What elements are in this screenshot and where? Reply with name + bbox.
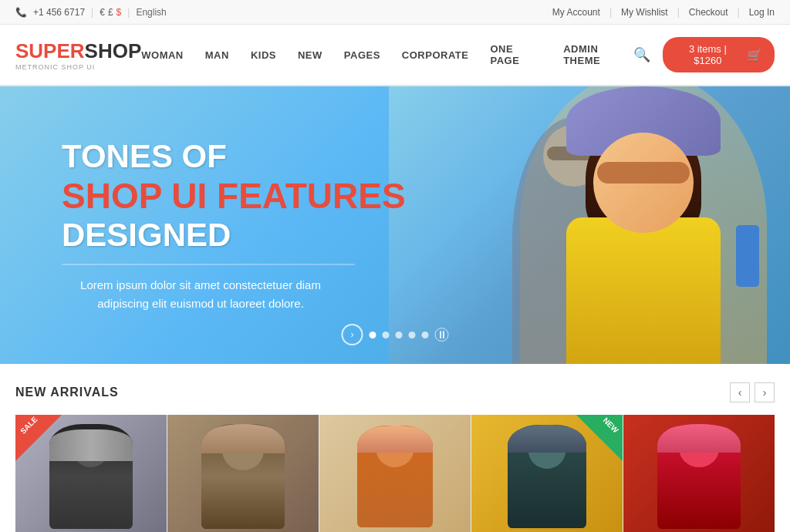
nav-corporate[interactable]: CORPORATE xyxy=(402,49,469,61)
slider-dot-5[interactable] xyxy=(422,332,429,338)
header-right: 🔍 3 items | $1260 🛒 xyxy=(633,37,775,72)
product-card-4[interactable]: NEW xyxy=(471,415,623,532)
top-bar-right: My Account | My Wishlist | Checkout | Lo… xyxy=(552,7,775,18)
logo-subtitle: METRONIC SHOP UI xyxy=(15,63,141,71)
cart-icon: 🛒 xyxy=(747,48,762,62)
login-link[interactable]: Log In xyxy=(749,7,775,18)
slider-dot-1[interactable] xyxy=(370,332,376,338)
my-account-link[interactable]: My Account xyxy=(552,7,600,18)
header: SUPERSHOP METRONIC SHOP UI WOMAN MAN KID… xyxy=(0,25,790,86)
new-arrivals-section: NEW ARRIVALS ‹ › SALE xyxy=(0,364,790,532)
product-card-2[interactable] xyxy=(167,415,319,532)
section-header: NEW ARRIVALS ‹ › xyxy=(15,382,775,402)
logo[interactable]: SUPERSHOP METRONIC SHOP UI xyxy=(15,39,141,71)
section-next-button[interactable]: › xyxy=(755,382,775,402)
sale-badge-triangle xyxy=(15,415,62,461)
currency-eur[interactable]: € xyxy=(100,7,105,18)
slider-controls: › ⏸ xyxy=(342,324,449,345)
hero-content: TONES OF SHOP UI FEATURES DESIGNED Lorem… xyxy=(62,138,406,313)
product-grid: SALE xyxy=(15,415,775,532)
hero-image xyxy=(389,86,790,364)
slider-next-arrow[interactable]: › xyxy=(342,324,363,345)
main-nav: WOMAN MAN KIDS NEW PAGES CORPORATE ONE P… xyxy=(141,43,633,66)
currency-switcher[interactable]: € £ $ xyxy=(100,7,121,18)
currency-usd[interactable]: $ xyxy=(116,7,122,18)
top-bar-left: 📞 +1 456 6717 | € £ $ | English xyxy=(15,7,167,18)
my-wishlist-link[interactable]: My Wishlist xyxy=(621,7,668,18)
language-selector[interactable]: English xyxy=(136,7,166,18)
currency-gbp[interactable]: £ xyxy=(108,7,113,18)
section-prev-button[interactable]: ‹ xyxy=(730,382,750,402)
slider-pause-button[interactable]: ⏸ xyxy=(435,328,449,342)
nav-admin-theme[interactable]: ADMIN THEME xyxy=(563,43,633,66)
cart-items-count: 3 items | $1260 xyxy=(675,43,741,66)
nav-woman[interactable]: WOMAN xyxy=(141,49,184,61)
slider-dot-2[interactable] xyxy=(383,332,390,338)
hero-banner: TONES OF SHOP UI FEATURES DESIGNED Lorem… xyxy=(0,86,790,364)
nav-one-page[interactable]: ONE PAGE xyxy=(490,43,542,66)
nav-pages[interactable]: PAGES xyxy=(344,49,380,61)
new-badge-triangle xyxy=(576,415,623,461)
product-card-3[interactable] xyxy=(319,415,471,532)
cart-button[interactable]: 3 items | $1260 🛒 xyxy=(663,37,775,72)
section-navigation: ‹ › xyxy=(730,382,775,402)
logo-shop: SHOP xyxy=(85,39,142,62)
hero-divider xyxy=(62,264,355,265)
hero-title-2: SHOP UI FEATURES xyxy=(62,175,406,217)
section-title: NEW ARRIVALS xyxy=(15,386,119,399)
product-card-5[interactable] xyxy=(623,415,775,532)
top-bar: 📞 +1 456 6717 | € £ $ | English My Accou… xyxy=(0,0,790,25)
slider-dot-4[interactable] xyxy=(409,332,416,338)
nav-kids[interactable]: KIDS xyxy=(251,49,276,61)
nav-new[interactable]: NEW xyxy=(298,49,322,61)
logo-super: SUPER xyxy=(15,39,85,62)
phone-number: +1 456 6717 xyxy=(33,7,85,18)
hero-title-3: DESIGNED xyxy=(62,217,406,254)
logo-text: SUPERSHOP xyxy=(15,39,141,63)
nav-man[interactable]: MAN xyxy=(205,49,229,61)
phone-icon: 📞 xyxy=(15,7,27,18)
product-card-1[interactable]: SALE xyxy=(15,415,167,532)
hero-title-1: TONES OF xyxy=(62,138,406,175)
search-icon[interactable]: 🔍 xyxy=(633,46,650,63)
slider-dot-3[interactable] xyxy=(396,332,403,338)
hero-description: Lorem ipsum dolor sit amet constectetuer… xyxy=(62,276,339,313)
checkout-link[interactable]: Checkout xyxy=(689,7,728,18)
